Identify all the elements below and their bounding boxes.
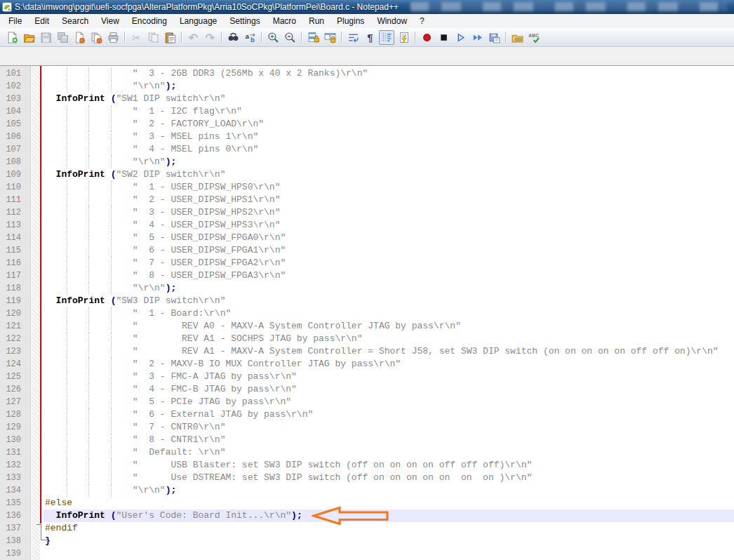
find-icon bbox=[227, 32, 239, 44]
toolbar-separator bbox=[341, 32, 342, 43]
word-wrap-button[interactable] bbox=[345, 30, 361, 45]
show-all-characters-button[interactable]: ¶ bbox=[362, 30, 378, 45]
macro-record-button[interactable] bbox=[419, 30, 434, 45]
close-all-button[interactable] bbox=[88, 30, 104, 45]
indent-guide bbox=[67, 181, 67, 194]
code-line[interactable]: InfoPrint ("SW2 DIP switch\r\n" bbox=[44, 168, 734, 181]
code-line[interactable]: " 2 - USER_DIPSW_HPS1\r\n" bbox=[44, 194, 734, 206]
menu-item-plugins[interactable]: Plugins bbox=[331, 14, 371, 28]
indent-guide bbox=[111, 472, 112, 484]
menu-item-macro[interactable]: Macro bbox=[267, 14, 302, 28]
code-line[interactable]: " 3 - USER_DIPSW_HPS2\r\n" bbox=[44, 206, 734, 219]
redo-button: ↷ bbox=[202, 30, 218, 45]
indent-guide bbox=[67, 472, 67, 484]
code-segment-str: " 2 - MAXV-B IO MUX Controller JTAG by p… bbox=[45, 359, 401, 369]
code-line[interactable]: InfoPrint ("SW3 DIP switch\r\n" bbox=[44, 295, 734, 307]
code-line[interactable]: " 4 - MSEL pins 0\r\n" bbox=[44, 143, 734, 156]
show-indent-guide-button[interactable] bbox=[379, 30, 394, 45]
code-line[interactable]: " 1 - USER_DIPSW_HPS0\r\n" bbox=[44, 181, 734, 194]
menu-bar: FileEditSearchViewEncodingLanguageSettin… bbox=[0, 14, 734, 28]
indent-guide bbox=[67, 421, 67, 434]
cut-icon: ✂ bbox=[131, 32, 142, 44]
macro-save-button[interactable] bbox=[486, 30, 502, 45]
code-line[interactable]: "\r\n"); bbox=[44, 484, 734, 497]
code-line[interactable]: " 2 - FACTORY_LOAD\r\n" bbox=[44, 118, 734, 131]
redacted-text-blur bbox=[411, 2, 728, 11]
open-file-button[interactable] bbox=[21, 30, 36, 45]
open-folder-icon bbox=[512, 32, 523, 44]
macro-stop-button[interactable] bbox=[436, 30, 451, 45]
code-line[interactable]: " 8 - CNTR1\r\n" bbox=[44, 434, 734, 446]
code-line[interactable]: " 3 - MSEL pins 1\r\n" bbox=[44, 131, 734, 143]
code-line[interactable]: InfoPrint ("SW1 DIP switch\r\n" bbox=[44, 93, 734, 105]
indent-guide bbox=[88, 333, 89, 345]
zoom-out-button[interactable] bbox=[282, 30, 298, 45]
code-line[interactable]: " REV A1 - MAXV-A System Controller = Sh… bbox=[44, 345, 734, 358]
open-folder-button[interactable] bbox=[509, 30, 525, 45]
paste-button[interactable] bbox=[162, 30, 178, 45]
indent-guide bbox=[67, 80, 67, 93]
menu-item-search[interactable]: Search bbox=[55, 14, 95, 28]
close-file-button[interactable] bbox=[72, 30, 87, 45]
menu-item-run[interactable]: Run bbox=[302, 14, 331, 28]
code-line[interactable]: " 8 - USER_DIPSW_FPGA3\r\n" bbox=[44, 269, 734, 282]
menu-item-encoding[interactable]: Encoding bbox=[126, 14, 173, 28]
code-line[interactable]: " 3 - 2GB DDR3 (256Mb x 40 x 2 Ranks)\r\… bbox=[44, 67, 734, 80]
code-line[interactable]: "\r\n"); bbox=[44, 80, 734, 93]
code-segment-str: " 8 - USER_DIPSW_FPGA3\r\n" bbox=[45, 270, 286, 281]
code-line[interactable]: " REV A0 - MAXV-A System Controller JTAG… bbox=[44, 320, 734, 333]
code-line[interactable]: " 7 - USER_DIPSW_FPGA2\r\n" bbox=[44, 257, 734, 269]
spell-check-button[interactable]: ABC bbox=[526, 30, 542, 45]
code-line[interactable]: "\r\n"); bbox=[44, 282, 734, 295]
code-line[interactable]: " 2 - MAXV-B IO MUX Controller JTAG by p… bbox=[44, 358, 734, 371]
code-line[interactable]: " 3 - FMC-A JTAG by pass\r\n" bbox=[44, 371, 734, 383]
code-line[interactable]: " 7 - CNTR0\r\n" bbox=[44, 421, 734, 434]
find-button[interactable] bbox=[225, 30, 241, 45]
menu-item-file[interactable]: File bbox=[2, 14, 28, 28]
code-line[interactable]: " 1 - Board:\r\n" bbox=[44, 307, 734, 320]
code-line[interactable]: "\r\n"); bbox=[44, 156, 734, 168]
print-button[interactable] bbox=[105, 30, 121, 45]
code-line[interactable]: " 6 - External JTAG by pass\r\n" bbox=[44, 408, 734, 421]
menu-item-settings[interactable]: Settings bbox=[223, 14, 266, 28]
code-segment-str: "\r\n" bbox=[45, 156, 166, 167]
code-segment-op: ); bbox=[166, 156, 177, 167]
code-line[interactable]: " REV A1 - SOCHPS JTAG by pass\r\n" bbox=[44, 333, 734, 345]
macro-play-button[interactable] bbox=[453, 30, 468, 45]
code-line[interactable]: } bbox=[44, 535, 734, 547]
code-line[interactable]: " 4 - USER_DIPSW_HPS3\r\n" bbox=[44, 219, 734, 232]
code-line[interactable]: " USB Blaster: set SW3 DIP switch (off o… bbox=[44, 459, 734, 472]
menu-item-view[interactable]: View bbox=[95, 14, 126, 28]
menu-item-edit[interactable]: Edit bbox=[28, 14, 55, 28]
code-line[interactable]: " 4 - FMC-B JTAG by pass\r\n" bbox=[44, 383, 734, 396]
indent-guide bbox=[111, 421, 112, 434]
indent-guide bbox=[111, 446, 112, 459]
code-line[interactable]: " 1 - I2C flag\r\n" bbox=[44, 105, 734, 118]
indent-guide bbox=[88, 206, 89, 219]
new-file-button[interactable] bbox=[4, 30, 20, 45]
document-map-button[interactable] bbox=[396, 30, 411, 45]
indent-guide bbox=[88, 408, 89, 421]
indent-guide bbox=[111, 232, 112, 244]
word-wrap-icon bbox=[347, 32, 359, 44]
macro-run-multiple-icon bbox=[472, 32, 483, 44]
code-line[interactable] bbox=[44, 547, 734, 560]
code-area[interactable]: " 3 - 2GB DDR3 (256Mb x 40 x 2 Ranks)\r\… bbox=[44, 67, 734, 560]
document-map-icon bbox=[398, 32, 410, 44]
code-line[interactable]: " 6 - USER_DIPSW_FPGA1\r\n" bbox=[44, 244, 734, 257]
code-segment-str: " Use DSTREAM: set SW3 DIP switch (off o… bbox=[45, 472, 532, 483]
indent-guide bbox=[67, 396, 67, 408]
menu-item-help[interactable]: ? bbox=[413, 14, 431, 28]
code-line[interactable]: " 5 - USER_DIPSW_FPGA0\r\n" bbox=[44, 232, 734, 244]
zoom-in-button[interactable] bbox=[265, 30, 281, 45]
macro-run-multiple-button[interactable] bbox=[469, 30, 485, 45]
code-line[interactable]: " Default: \r\n" bbox=[44, 446, 734, 459]
sync-horizontal-button[interactable] bbox=[322, 30, 338, 45]
sync-vertical-button[interactable] bbox=[305, 30, 321, 45]
indent-guide bbox=[88, 434, 89, 446]
replace-button[interactable]: ab bbox=[242, 30, 258, 45]
menu-item-language[interactable]: Language bbox=[173, 14, 223, 28]
code-line[interactable]: " Use DSTREAM: set SW3 DIP switch (off o… bbox=[44, 472, 734, 484]
code-line[interactable]: " 5 - PCIe JTAG by pass\r\n" bbox=[44, 396, 734, 408]
menu-item-window[interactable]: Window bbox=[371, 14, 413, 28]
